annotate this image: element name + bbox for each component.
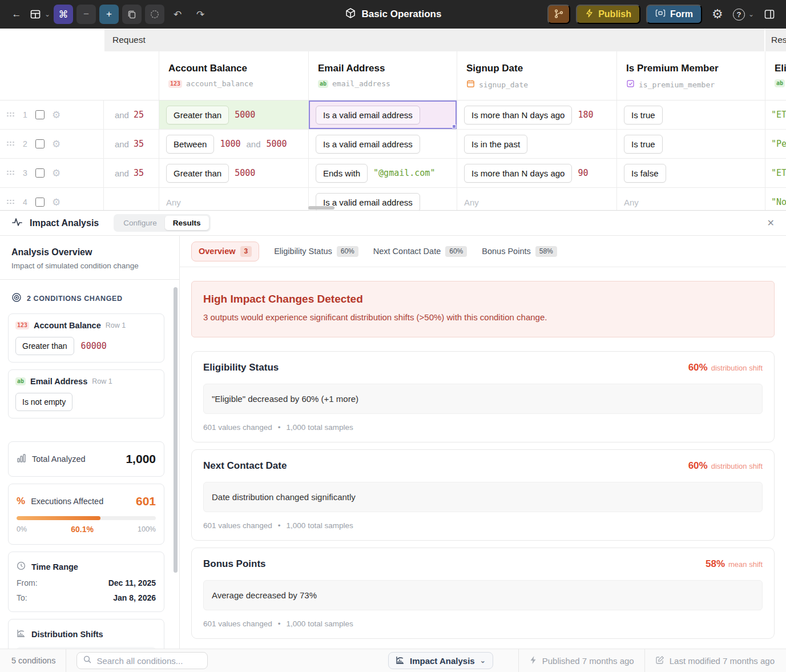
row-checkbox[interactable] [35, 139, 45, 148]
header-is-premium-member[interactable]: Is Premium Member is_premium_member [616, 51, 765, 100]
operator-chip[interactable]: Greater than [15, 337, 74, 355]
response-cell[interactable]: "ET [765, 100, 786, 129]
row-checkbox[interactable] [35, 198, 45, 207]
header-response-column[interactable]: Eli ab [765, 51, 786, 100]
premium-cell[interactable]: Any [616, 188, 765, 210]
redo-button[interactable]: ↷ [191, 5, 210, 24]
zoom-out-button[interactable]: − [76, 5, 96, 24]
back-button[interactable]: ← [7, 5, 26, 24]
age-value[interactable]: 35 [134, 168, 144, 178]
operator-chip[interactable]: Is more than N days ago [464, 106, 572, 124]
search-input[interactable] [96, 656, 210, 666]
email-cell[interactable]: Ends with"@gmail.com" [308, 159, 457, 187]
signup-cell[interactable]: Is more than N days ago180 [457, 100, 616, 129]
balance-value[interactable]: 5000 [235, 168, 255, 178]
redo-icon: ↷ [196, 9, 204, 21]
balance-cell[interactable]: Between1000and5000 [159, 130, 308, 158]
header-account-balance[interactable]: Account Balance 123account_balance [159, 51, 308, 100]
age-value[interactable]: 25 [134, 110, 144, 120]
balance-value-max[interactable]: 5000 [267, 139, 287, 149]
publish-button[interactable]: Publish [576, 5, 640, 24]
condition-title: Account Balance [34, 321, 101, 330]
tab-next-contact-date[interactable]: Next Contact Date 60% [373, 246, 467, 257]
selection-button[interactable] [145, 5, 164, 24]
tab-label: Next Contact Date [373, 247, 441, 256]
tab-bonus-points[interactable]: Bonus Points 58% [482, 246, 557, 257]
balance-cell-highlighted[interactable]: Greater than5000 [159, 100, 308, 129]
command-mode-button[interactable]: ⌘ [54, 5, 73, 24]
operator-chip[interactable]: Is a valid email address [316, 135, 420, 154]
row-checkbox[interactable] [35, 110, 45, 119]
operator-chip[interactable]: Between [166, 135, 214, 154]
tab-overview[interactable]: Overview 3 [191, 242, 259, 261]
copy-button[interactable] [122, 5, 142, 24]
tab-eligibility-status[interactable]: Eligibility Status 60% [274, 246, 358, 257]
signup-cell[interactable]: Any [457, 188, 616, 210]
chevron-down-icon: ⌄ [480, 657, 486, 665]
panel-toggle-button[interactable] [760, 5, 779, 24]
search-box[interactable] [76, 652, 208, 669]
row-gear-icon[interactable]: ⚙ [52, 198, 61, 207]
balance-value-min[interactable]: 1000 [220, 139, 240, 149]
premium-cell[interactable]: Is true [616, 100, 765, 129]
premium-cell[interactable]: Is true [616, 130, 765, 158]
tab-configure[interactable]: Configure [115, 216, 165, 230]
email-cell-selected[interactable]: Is a valid email address [308, 100, 457, 129]
drag-handle-icon[interactable] [7, 112, 15, 118]
response-cell[interactable]: "Pe [765, 130, 786, 158]
response-band: Res [765, 29, 786, 51]
high-impact-alert: High Impact Changes Detected 3 outputs w… [191, 281, 775, 337]
operator-chip[interactable]: Is true [624, 106, 663, 124]
row-gear-icon[interactable]: ⚙ [52, 110, 61, 120]
sidebar-subheading: Impact of simulated condition change [11, 261, 168, 270]
balance-value[interactable]: 5000 [235, 110, 255, 120]
operator-chip[interactable]: Is more than N days ago [464, 164, 572, 183]
branch-button[interactable] [547, 5, 570, 24]
header-signup-date[interactable]: Signup Date signup_date [457, 51, 616, 100]
operator-chip[interactable]: Is in the past [464, 135, 527, 154]
horizontal-scrollbar[interactable] [308, 206, 334, 210]
row-gear-icon[interactable]: ⚙ [52, 168, 61, 178]
signup-cell[interactable]: Is in the past [457, 130, 616, 158]
form-button[interactable]: Form [646, 5, 702, 24]
operator-chip[interactable]: Is true [624, 135, 663, 154]
balance-cell[interactable]: Any [159, 188, 308, 210]
tab-badge: 3 [240, 246, 252, 257]
drag-handle-icon[interactable] [7, 200, 15, 205]
signup-cell[interactable]: Is more than N days ago90 [457, 159, 616, 187]
age-value[interactable]: 35 [134, 139, 144, 149]
undo-button[interactable]: ↶ [168, 5, 187, 24]
close-icon[interactable]: ✕ [767, 218, 775, 228]
header-email-address[interactable]: Email Address abemail_address [308, 51, 457, 100]
help-button[interactable]: ? ⌄ [733, 5, 754, 24]
response-cell[interactable]: "No [765, 188, 786, 210]
premium-cell[interactable]: Is false [616, 159, 765, 187]
signup-value[interactable]: 90 [578, 168, 588, 178]
tab-label: Overview [199, 247, 236, 256]
operator-chip[interactable]: Is a valid email address [316, 106, 420, 124]
balance-cell[interactable]: Greater than5000 [159, 159, 308, 187]
drag-handle-icon[interactable] [7, 142, 15, 147]
mode-selector-button[interactable]: Impact Analysis ⌄ [388, 652, 493, 669]
tab-results[interactable]: Results [165, 216, 209, 230]
response-cell[interactable]: "ET [765, 159, 786, 187]
zoom-in-button[interactable]: + [99, 5, 119, 24]
column-title: Is Premium Member [626, 63, 765, 74]
row-checkbox[interactable] [35, 168, 45, 178]
operator-chip[interactable]: Greater than [166, 106, 229, 124]
row-number: 4 [22, 198, 28, 207]
email-value[interactable]: "@gmail.com" [373, 168, 435, 178]
view-switcher-button[interactable]: ⌄ [30, 5, 50, 24]
operator-chip[interactable]: Greater than [166, 164, 229, 183]
selection-resize-handle[interactable] [452, 124, 456, 128]
operator-chip[interactable]: Is not empty [15, 393, 72, 411]
sidebar-scrollbar[interactable] [174, 287, 178, 573]
settings-button[interactable]: ⚙ [708, 5, 727, 24]
drag-handle-icon[interactable] [7, 171, 15, 176]
operator-chip[interactable]: Is false [624, 164, 666, 183]
operator-chip[interactable]: Ends with [316, 164, 368, 183]
condition-value[interactable]: 60000 [81, 341, 107, 351]
email-cell[interactable]: Is a valid email address [308, 130, 457, 158]
signup-value[interactable]: 180 [578, 110, 593, 120]
row-gear-icon[interactable]: ⚙ [52, 139, 61, 149]
